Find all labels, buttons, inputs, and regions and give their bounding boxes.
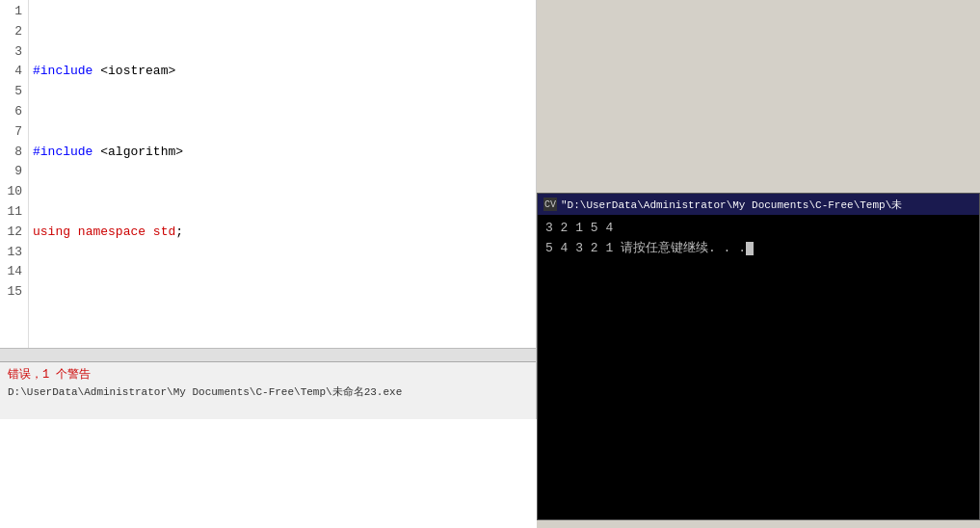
terminal-title: "D:\UserData\Administrator\My Documents\… — [561, 198, 973, 212]
code-line-2: #include <algorithm> — [33, 143, 532, 163]
ln-4: 4 — [4, 62, 22, 82]
ln-6: 6 — [4, 102, 22, 122]
horizontal-scrollbar[interactable] — [0, 348, 537, 361]
ln-8: 8 — [4, 143, 22, 163]
terminal-titlebar: CV "D:\UserData\Administrator\My Documen… — [538, 194, 979, 215]
status-bar: 错误，1 个警告 D:\UserData\Administrator\My Do… — [0, 361, 537, 419]
terminal-output-2: 5 4 3 2 1 请按任意键继续. . . — [545, 239, 971, 259]
code-line-4 — [33, 303, 532, 323]
terminal-body: 3 2 1 5 4 5 4 3 2 1 请按任意键继续. . . — [538, 215, 979, 519]
ln-7: 7 — [4, 122, 22, 143]
terminal-window[interactable]: CV "D:\UserData\Administrator\My Documen… — [537, 193, 980, 520]
ln-13: 13 — [4, 243, 22, 263]
terminal-cursor — [746, 242, 754, 255]
ln-14: 14 — [4, 262, 22, 282]
ln-12: 12 — [4, 223, 22, 243]
ln-9: 9 — [4, 162, 22, 182]
terminal-icon: CV — [543, 198, 557, 211]
ln-5: 5 — [4, 82, 22, 102]
terminal-output-1: 3 2 1 5 4 — [545, 219, 971, 239]
ln-1: 1 — [4, 2, 22, 22]
ln-10: 10 — [4, 182, 22, 202]
ln-11: 11 — [4, 202, 22, 223]
ln-3: 3 — [4, 42, 22, 63]
status-error-text: 错误，1 个警告 — [8, 366, 529, 383]
status-path-text: D:\UserData\Administrator\My Documents\C… — [8, 384, 529, 399]
ln-2: 2 — [4, 22, 22, 42]
code-editor[interactable]: 1 2 3 4 5 6 7 8 9 10 11 12 13 14 15 #inc… — [0, 0, 537, 419]
code-line-3: using namespace std; — [33, 223, 532, 243]
code-line-1: #include <iostream> — [33, 62, 532, 82]
ln-15: 15 — [4, 282, 22, 303]
main-container: 1 2 3 4 5 6 7 8 9 10 11 12 13 14 15 #inc… — [0, 0, 980, 528]
